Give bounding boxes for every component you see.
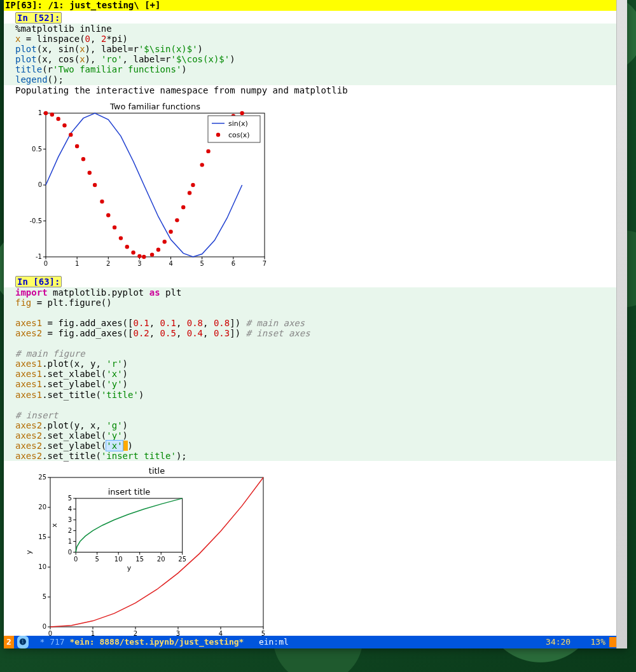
modified-star: * (39, 636, 45, 648)
svg-text:10: 10 (38, 563, 46, 570)
svg-text:7: 7 (263, 260, 266, 267)
svg-point-40 (119, 236, 123, 240)
svg-text:4: 4 (68, 505, 72, 512)
cell-prompt-2: In [63]: (15, 276, 62, 287)
notebook-buffer[interactable]: In [52]: %matplotlib inline x = linspace… (4, 11, 617, 636)
emacs-header-line: IP[63]: /1: just_testing\ [+] (4, 0, 627, 11)
svg-text:15: 15 (38, 533, 46, 540)
svg-text:0: 0 (74, 556, 78, 563)
svg-point-41 (125, 245, 129, 249)
svg-text:0: 0 (43, 623, 46, 630)
svg-text:-1: -1 (36, 253, 42, 260)
buffer-name[interactable]: *ein: 8888/test.ipynb/just_testing* (69, 636, 244, 648)
svg-text:Two familiar functions: Two familiar functions (109, 102, 200, 111)
svg-text:0: 0 (44, 260, 48, 267)
cell-1-figure: 01234567-1-0.500.51Two familiar function… (15, 99, 270, 271)
svg-text:1: 1 (68, 538, 72, 545)
major-mode: ein:ml (259, 636, 289, 648)
svg-text:15: 15 (135, 556, 144, 563)
svg-text:4: 4 (169, 260, 172, 267)
svg-point-48 (169, 230, 172, 233)
svg-text:10: 10 (114, 556, 123, 563)
window-number-icon: ❶ (17, 636, 29, 648)
svg-point-32 (69, 132, 73, 136)
svg-text:5: 5 (261, 630, 265, 636)
svg-point-59 (240, 111, 244, 114)
svg-text:25: 25 (38, 474, 46, 481)
cell-2-figure: 0123450510152025titlexy0510152025012345i… (15, 465, 270, 636)
svg-text:x: x (50, 523, 59, 528)
svg-text:1: 1 (75, 260, 79, 267)
svg-point-37 (100, 199, 104, 203)
svg-point-45 (150, 252, 154, 256)
svg-point-51 (188, 191, 191, 195)
svg-text:25: 25 (178, 556, 186, 563)
svg-text:4: 4 (219, 630, 223, 636)
svg-text:0.5: 0.5 (32, 145, 42, 152)
svg-text:5: 5 (43, 593, 46, 600)
svg-text:3: 3 (68, 516, 72, 523)
svg-text:insert title: insert title (108, 487, 151, 497)
svg-text:20: 20 (38, 504, 46, 511)
svg-text:0: 0 (48, 630, 52, 636)
svg-text:3: 3 (137, 260, 141, 267)
svg-rect-93 (76, 498, 183, 552)
modeline-end-block (609, 637, 623, 647)
svg-point-36 (93, 182, 97, 186)
svg-point-63 (216, 132, 220, 136)
svg-point-44 (142, 254, 146, 258)
svg-point-34 (81, 157, 85, 161)
svg-text:0: 0 (38, 181, 42, 188)
svg-text:sin(x): sin(x) (228, 120, 248, 128)
svg-text:5: 5 (68, 495, 72, 502)
svg-text:2: 2 (106, 260, 110, 267)
line-count: 717 (50, 636, 64, 648)
svg-point-46 (156, 247, 160, 251)
cell-prompt-1: In [52]: (15, 12, 62, 24)
svg-text:5: 5 (95, 556, 99, 563)
svg-text:6: 6 (232, 260, 235, 267)
svg-text:cos(x): cos(x) (228, 131, 250, 139)
svg-point-52 (191, 182, 195, 186)
svg-point-43 (137, 254, 141, 257)
svg-text:5: 5 (200, 260, 204, 267)
svg-text:0: 0 (68, 549, 72, 556)
workspace-indicator[interactable]: 2 (4, 636, 14, 648)
svg-point-49 (175, 218, 179, 222)
svg-point-50 (181, 205, 185, 209)
cursor-region: 'x' (106, 441, 122, 451)
text-cursor (123, 441, 128, 451)
cell-1-code[interactable]: %matplotlib inline x = linspace(0, 2*pi)… (4, 24, 617, 85)
svg-text:2: 2 (134, 630, 137, 636)
svg-point-38 (106, 213, 110, 217)
cell-2-code[interactable]: import matplotlib.pyplot as plt fig = pl… (4, 287, 617, 462)
svg-text:3: 3 (176, 630, 180, 636)
svg-text:20: 20 (157, 556, 165, 563)
svg-text:-0.5: -0.5 (29, 217, 42, 224)
svg-point-35 (88, 170, 92, 174)
svg-text:2: 2 (68, 527, 72, 534)
svg-text:title: title (149, 466, 165, 476)
svg-point-47 (163, 240, 167, 243)
svg-point-31 (62, 123, 66, 127)
svg-point-53 (200, 163, 204, 167)
svg-point-54 (206, 149, 210, 153)
svg-point-39 (113, 225, 116, 229)
svg-text:1: 1 (38, 109, 42, 116)
svg-point-33 (75, 144, 79, 147)
cursor-position: 34:20 (546, 636, 570, 648)
cell-1-stdout: Populating the interactive namespace fro… (4, 85, 617, 95)
scroll-percent: 13% (591, 636, 605, 648)
emacs-frame: IP[63]: /1: just_testing\ [+] In [52]: %… (4, 0, 627, 648)
svg-point-42 (131, 250, 135, 254)
svg-point-28 (44, 111, 48, 114)
svg-point-30 (56, 116, 60, 120)
svg-text:y: y (127, 564, 132, 572)
svg-text:y: y (25, 550, 33, 554)
svg-text:1: 1 (91, 630, 95, 636)
emacs-mode-line: 2❶ * 717 *ein: 8888/test.ipynb/just_test… (4, 636, 627, 648)
svg-point-29 (50, 113, 54, 116)
